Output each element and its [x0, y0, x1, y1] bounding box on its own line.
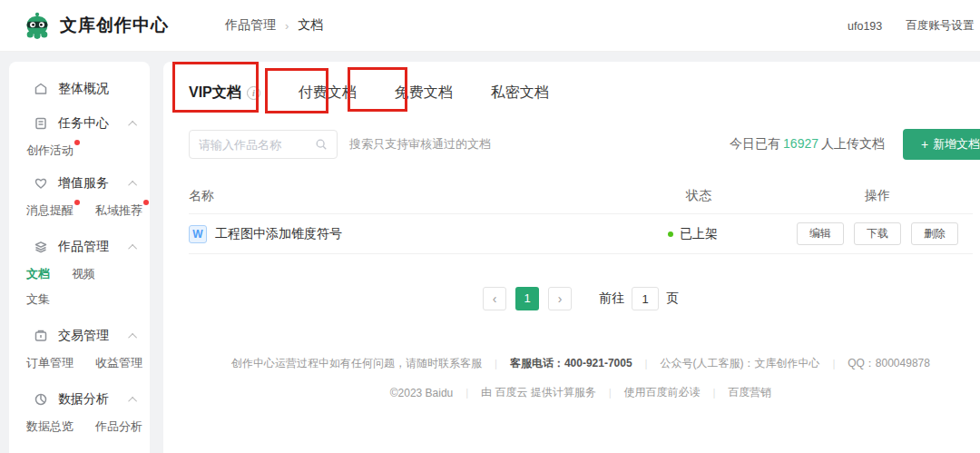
header-user-area: ufo193 百度账号设置 退出	[848, 0, 980, 52]
documents-table: 名称 状态 操作 W 工程图中添加锥度符号 已上架 编辑 下载 删除	[189, 178, 973, 254]
goto-page-input[interactable]	[632, 287, 659, 310]
delete-button[interactable]: 删除	[911, 222, 958, 245]
edit-button[interactable]: 编辑	[797, 222, 844, 245]
document-title[interactable]: 工程图中添加锥度符号	[215, 226, 342, 242]
info-icon[interactable]: i	[247, 86, 260, 100]
footer-phone: 客服电话：400-921-7005	[510, 356, 632, 371]
sidebar-item-label: 整体概况	[58, 81, 109, 97]
goto-suffix: 页	[666, 291, 679, 307]
column-header-status: 状态	[610, 188, 782, 204]
goto-prefix: 前往	[599, 291, 624, 307]
subitem-label: 消息提醒	[26, 203, 74, 217]
account-settings-link[interactable]: 百度账号设置	[906, 18, 974, 34]
stats-suffix: 人上传文档	[821, 136, 885, 151]
subitem-label: 文档	[26, 267, 50, 281]
upload-stats: 今日已有16927人上传文档	[730, 136, 885, 153]
subitem-label: 创作活动	[26, 143, 74, 157]
sidebar-item-works-management[interactable]: 作品管理	[9, 232, 150, 261]
word-doc-icon: W	[189, 225, 207, 243]
goto-page: 前往 页	[599, 287, 679, 310]
subitem-label: 视频	[72, 267, 95, 281]
prev-page-button[interactable]: ‹	[483, 287, 506, 310]
footer-separator: ｜	[491, 357, 501, 370]
home-icon	[34, 82, 48, 96]
sidebar-subitem-creation-activity[interactable]: 创作活动	[26, 143, 74, 159]
chevron-up-icon	[128, 396, 137, 405]
status-dot-icon	[668, 231, 673, 237]
subitem-label: 收益管理	[95, 356, 142, 369]
subitem-label: 私域推荐	[95, 203, 142, 217]
sidebar-item-label: 增值服务	[58, 175, 109, 192]
sidebar-item-label: 作品管理	[58, 239, 109, 255]
chevron-up-icon	[128, 332, 137, 341]
subitem-label: 订单管理	[26, 356, 74, 369]
breadcrumb-section[interactable]: 作品管理	[225, 17, 276, 34]
top-header: 文库创作中心 作品管理 › 文档 ufo193 百度账号设置 退出	[0, 0, 980, 52]
page-number-button[interactable]: 1	[515, 287, 539, 310]
search-input[interactable]	[199, 138, 315, 152]
heart-icon	[34, 176, 48, 191]
chevron-up-icon	[128, 243, 137, 252]
tab-label: 私密文档	[491, 84, 549, 103]
sidebar-item-label: 任务中心	[58, 115, 109, 132]
app-title: 文库创作中心	[60, 14, 169, 37]
tab-label: VIP文档	[189, 84, 241, 103]
add-document-button[interactable]: + 新增文档	[903, 129, 980, 160]
sidebar-subitem-videos[interactable]: 视频	[72, 266, 95, 282]
sidebar-item-overview[interactable]: 整体概况	[9, 74, 150, 103]
sidebar-item-value-added[interactable]: 增值服务	[9, 169, 150, 198]
footer-marketing-link[interactable]: 百度营销	[728, 385, 771, 400]
footer-wechat: 公众号(人工客服)：文库创作中心	[660, 356, 819, 371]
document-tabs: VIP文档 i 付费文档 免费文档 私密文档	[189, 84, 973, 113]
footer-separator: ｜	[605, 386, 615, 399]
app-logo[interactable]: 文库创作中心	[22, 10, 169, 41]
search-icon[interactable]	[315, 138, 328, 151]
sidebar-subitem-works-analysis[interactable]: 作品分析	[95, 419, 142, 435]
download-button[interactable]: 下载	[854, 222, 901, 245]
active-tab-underline	[211, 110, 238, 113]
sidebar-subitem-private-domain[interactable]: 私域推荐	[95, 202, 142, 219]
pagination: ‹ 1 › 前往 页	[189, 287, 973, 310]
squid-mascot-icon	[22, 10, 53, 41]
search-box[interactable]	[189, 130, 338, 159]
sidebar-item-trade-management[interactable]: 交易管理	[9, 321, 150, 350]
breadcrumb: 作品管理 › 文档	[225, 17, 323, 34]
footer-support-line: 创作中心运营过程中如有任何问题，请随时联系客服 ｜ 客服电话：400-921-7…	[189, 356, 973, 371]
tab-free-docs[interactable]: 免费文档	[395, 84, 453, 113]
footer-separator: ｜	[462, 386, 472, 399]
chevron-up-icon	[128, 180, 137, 189]
red-dot-badge	[74, 200, 80, 205]
search-hint: 搜索只支持审核通过的文档	[349, 136, 491, 153]
tab-private-docs[interactable]: 私密文档	[491, 84, 549, 113]
red-dot-badge	[74, 140, 80, 145]
wallet-icon	[34, 329, 48, 343]
footer-separator: ｜	[828, 357, 838, 370]
column-header-name: 名称	[189, 188, 610, 204]
column-header-actions: 操作	[782, 188, 973, 204]
red-dot-badge	[143, 200, 149, 205]
sidebar-subitem-documents[interactable]: 文档	[26, 266, 50, 282]
main-panel: VIP文档 i 付费文档 免费文档 私密文档 搜索只支持审核通过的文档 今日已有…	[163, 62, 980, 453]
tab-paid-docs[interactable]: 付费文档	[299, 84, 357, 113]
sidebar-item-task-center[interactable]: 任务中心	[9, 109, 150, 138]
sidebar-subitem-data-overview[interactable]: 数据总览	[26, 419, 74, 435]
sidebar-item-label: 交易管理	[58, 328, 109, 344]
tab-label: 付费文档	[299, 84, 357, 103]
footer-notice-link[interactable]: 使用百度前必读	[624, 385, 701, 400]
sidebar-item-label: 数据分析	[58, 391, 109, 408]
username-link[interactable]: ufo193	[848, 20, 882, 33]
layers-icon	[34, 240, 48, 254]
tab-vip-docs[interactable]: VIP文档 i	[189, 84, 260, 113]
next-page-button[interactable]: ›	[548, 287, 572, 310]
footer-cloud-service: 由 百度云 提供计算服务	[481, 385, 596, 400]
subitem-label: 作品分析	[95, 419, 142, 433]
sidebar-item-data-analysis[interactable]: 数据分析	[9, 385, 150, 414]
footer-copyright-line: ©2023 Baidu ｜ 由 百度云 提供计算服务 ｜ 使用百度前必读 ｜ 百…	[189, 385, 973, 400]
toolbar: 搜索只支持审核通过的文档 今日已有16927人上传文档 + 新增文档	[189, 129, 973, 160]
sidebar-subitem-revenue-management[interactable]: 收益管理	[95, 355, 142, 371]
footer-support-text: 创作中心运营过程中如有任何问题，请随时联系客服	[231, 356, 482, 371]
footer: 创作中心运营过程中如有任何问题，请随时联系客服 ｜ 客服电话：400-921-7…	[189, 356, 973, 400]
sidebar-subitem-collections[interactable]: 文集	[26, 291, 50, 308]
sidebar-subitem-message-reminder[interactable]: 消息提醒	[26, 202, 74, 219]
sidebar-subitem-order-management[interactable]: 订单管理	[26, 355, 74, 371]
